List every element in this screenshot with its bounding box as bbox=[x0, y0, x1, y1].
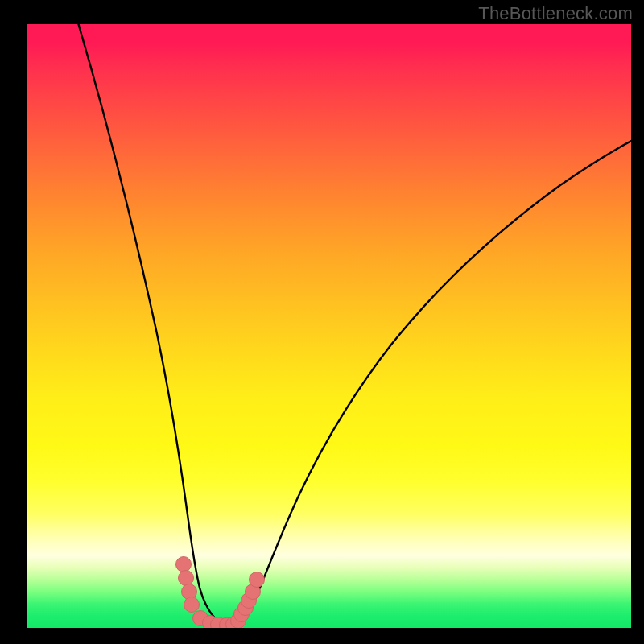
chart-frame: TheBottleneck.com bbox=[0, 0, 644, 644]
marker-dot bbox=[176, 557, 192, 572]
marker-layer bbox=[27, 24, 631, 628]
marker-dot bbox=[184, 597, 200, 613]
marker-dot bbox=[179, 571, 194, 586]
plot-area bbox=[27, 24, 631, 628]
marker-dot bbox=[250, 572, 265, 588]
watermark-text: TheBottleneck.com bbox=[478, 3, 633, 24]
